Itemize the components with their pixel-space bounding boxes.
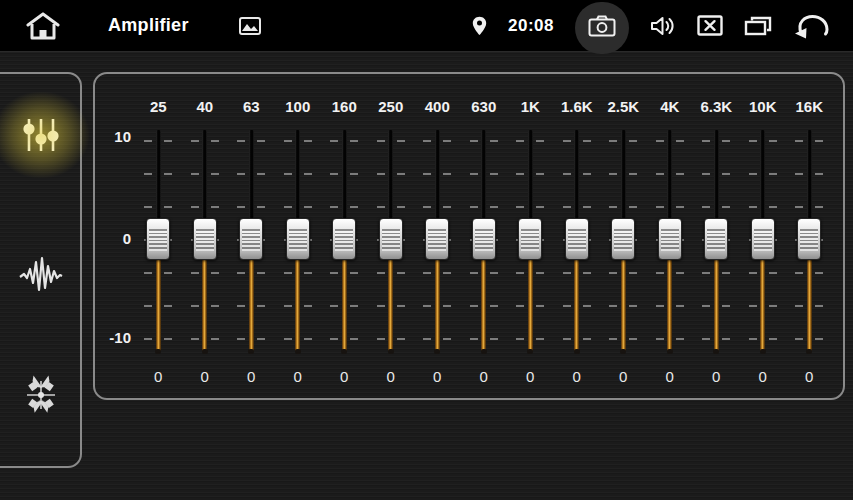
slider-track-cap bbox=[527, 349, 533, 354]
slider-knob[interactable] bbox=[565, 218, 589, 260]
eq-band: 160 0 bbox=[321, 74, 368, 398]
slider-track-cap bbox=[155, 349, 161, 354]
band-value: 0 bbox=[414, 368, 461, 385]
home-button[interactable] bbox=[26, 11, 60, 41]
band-value: 0 bbox=[786, 368, 833, 385]
band-value: 0 bbox=[740, 368, 787, 385]
slider-knob[interactable] bbox=[611, 218, 635, 260]
band-slider[interactable] bbox=[507, 130, 554, 354]
band-freq-label: 1.6K bbox=[554, 98, 601, 115]
screenshot-button[interactable] bbox=[575, 2, 629, 54]
slider-knob[interactable] bbox=[751, 218, 775, 260]
band-freq-label: 16K bbox=[786, 98, 833, 115]
eq-band: 4K 0 bbox=[647, 74, 694, 398]
slider-knob[interactable] bbox=[658, 218, 682, 260]
amplifier-screen: Amplifier 20:08 bbox=[0, 0, 853, 500]
slider-knob[interactable] bbox=[472, 218, 496, 260]
slider-track-cap bbox=[713, 349, 719, 354]
band-freq-label: 25 bbox=[135, 98, 182, 115]
band-freq-label: 40 bbox=[182, 98, 229, 115]
band-slider[interactable] bbox=[275, 130, 322, 354]
gain-scale: 10 0 -10 bbox=[95, 74, 133, 398]
band-slider[interactable] bbox=[461, 130, 508, 354]
back-icon bbox=[793, 13, 831, 39]
close-app-icon bbox=[697, 15, 723, 36]
band-value: 0 bbox=[228, 368, 275, 385]
sidebar-item-balance-fader[interactable] bbox=[12, 366, 70, 424]
slider-knob[interactable] bbox=[146, 218, 170, 260]
band-freq-label: 4K bbox=[647, 98, 694, 115]
band-slider[interactable] bbox=[182, 130, 229, 354]
slider-track-cap bbox=[667, 349, 673, 354]
slider-knob[interactable] bbox=[193, 218, 217, 260]
eq-band: 630 0 bbox=[461, 74, 508, 398]
band-value: 0 bbox=[554, 368, 601, 385]
slider-track-cap bbox=[574, 349, 580, 354]
slider-knob[interactable] bbox=[379, 218, 403, 260]
clock: 20:08 bbox=[508, 16, 554, 36]
volume-icon bbox=[650, 15, 676, 37]
eq-band: 40 0 bbox=[182, 74, 229, 398]
slider-knob[interactable] bbox=[239, 218, 263, 260]
slider-knob[interactable] bbox=[704, 218, 728, 260]
page-title: Amplifier bbox=[108, 15, 189, 36]
slider-track-cap bbox=[481, 349, 487, 354]
home-icon bbox=[26, 11, 60, 41]
band-freq-label: 250 bbox=[368, 98, 415, 115]
slider-track-cap bbox=[202, 349, 208, 354]
recent-apps-icon bbox=[744, 15, 772, 37]
band-value: 0 bbox=[275, 368, 322, 385]
gallery-button[interactable] bbox=[239, 17, 261, 35]
band-value: 0 bbox=[461, 368, 508, 385]
camera-icon bbox=[588, 15, 616, 41]
slider-knob[interactable] bbox=[425, 218, 449, 260]
waveform-icon bbox=[19, 256, 63, 294]
eq-bands: 25 0 40 0 63 bbox=[135, 74, 833, 398]
band-slider[interactable] bbox=[368, 130, 415, 354]
band-freq-label: 630 bbox=[461, 98, 508, 115]
preset-bar: Custom RESET custom1custom2custom3 bbox=[0, 420, 853, 490]
band-value: 0 bbox=[135, 368, 182, 385]
slider-track-cap bbox=[295, 349, 301, 354]
band-slider[interactable] bbox=[740, 130, 787, 354]
gallery-icon bbox=[239, 17, 261, 35]
band-freq-label: 10K bbox=[740, 98, 787, 115]
band-freq-label: 6.3K bbox=[693, 98, 740, 115]
band-slider[interactable] bbox=[647, 130, 694, 354]
eq-band: 2.5K 0 bbox=[600, 74, 647, 398]
band-freq-label: 2.5K bbox=[600, 98, 647, 115]
band-slider[interactable] bbox=[600, 130, 647, 354]
top-status-bar: Amplifier 20:08 bbox=[0, 0, 853, 52]
balance-fader-icon bbox=[19, 373, 63, 417]
sidebar-item-sound-effect[interactable] bbox=[12, 246, 70, 304]
recent-apps-button[interactable] bbox=[744, 15, 772, 37]
band-slider[interactable] bbox=[693, 130, 740, 354]
band-freq-label: 1K bbox=[507, 98, 554, 115]
slider-knob[interactable] bbox=[797, 218, 821, 260]
band-freq-label: 160 bbox=[321, 98, 368, 115]
slider-knob[interactable] bbox=[286, 218, 310, 260]
slider-knob[interactable] bbox=[518, 218, 542, 260]
band-slider[interactable] bbox=[414, 130, 461, 354]
slider-track-cap bbox=[248, 349, 254, 354]
slider-track-cap bbox=[760, 349, 766, 354]
volume-button[interactable] bbox=[650, 15, 676, 37]
band-slider[interactable] bbox=[554, 130, 601, 354]
band-slider[interactable] bbox=[786, 130, 833, 354]
band-value: 0 bbox=[321, 368, 368, 385]
location-icon bbox=[472, 16, 487, 36]
band-slider[interactable] bbox=[228, 130, 275, 354]
eq-band: 6.3K 0 bbox=[693, 74, 740, 398]
sidebar-item-equalizer[interactable] bbox=[12, 106, 70, 164]
back-button[interactable] bbox=[793, 13, 831, 39]
eq-band: 63 0 bbox=[228, 74, 275, 398]
band-value: 0 bbox=[647, 368, 694, 385]
slider-track-cap bbox=[620, 349, 626, 354]
band-value: 0 bbox=[600, 368, 647, 385]
close-app-button[interactable] bbox=[697, 15, 723, 36]
band-slider[interactable] bbox=[321, 130, 368, 354]
band-slider[interactable] bbox=[135, 130, 182, 354]
slider-knob[interactable] bbox=[332, 218, 356, 260]
equalizer-icon bbox=[21, 113, 61, 157]
top-bar-right-group: 20:08 bbox=[472, 0, 831, 52]
